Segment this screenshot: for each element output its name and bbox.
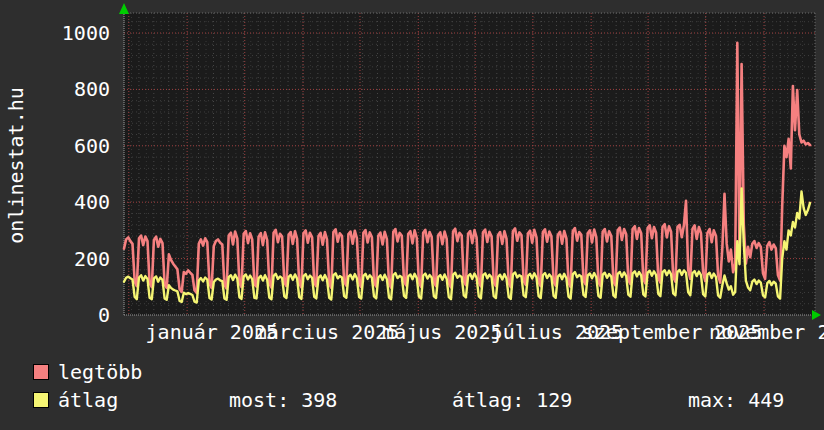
x-tick-label: november 2025 (709, 321, 824, 344)
graph-canvas: onlinestat.hu 02004006008001000 január 2… (0, 0, 824, 430)
legend-item-atlag: átlag (33, 389, 118, 411)
x-tick-label: március 2025 (255, 321, 400, 344)
legend-label-legtobb: legtöbb (58, 361, 142, 383)
x-tick-label: május 2025 (382, 321, 502, 344)
legend-swatch-legtobb-icon (33, 364, 49, 380)
watermark-onlinestat: onlinestat.hu (5, 86, 28, 246)
stat-most: most: 398 (229, 389, 337, 411)
y-tick-label: 400 (30, 191, 110, 214)
y-tick-label: 0 (30, 304, 110, 327)
legend-swatch-atlag-icon (33, 392, 49, 408)
legend-label-atlag: átlag (58, 389, 118, 411)
y-tick-label: 600 (30, 135, 110, 158)
y-tick-label: 200 (30, 248, 110, 271)
legend-item-legtobb: legtöbb (33, 361, 142, 383)
stat-atlag: átlag: 129 (452, 389, 572, 411)
y-tick-label: 1000 (30, 22, 110, 45)
y-tick-label: 800 (30, 78, 110, 101)
stat-max: max: 449 (688, 389, 784, 411)
